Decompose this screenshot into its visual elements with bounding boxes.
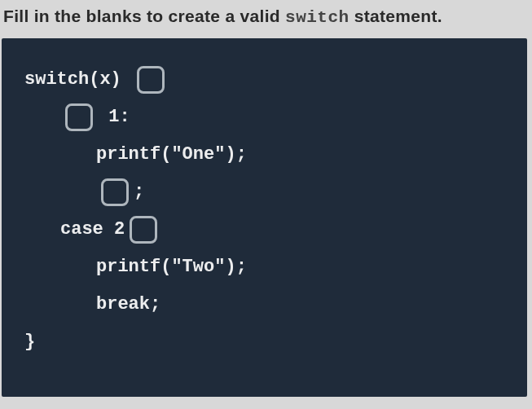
code-line-3: printf("One"); bbox=[24, 136, 512, 174]
code-text: case 2 bbox=[60, 221, 125, 239]
code-text: ; bbox=[134, 183, 144, 201]
code-text: } bbox=[24, 333, 35, 351]
code-line-4: ; bbox=[24, 174, 512, 211]
code-line-7: break; bbox=[24, 286, 512, 323]
prompt-text-before: Fill in the blanks to create a valid bbox=[3, 7, 285, 25]
code-text: break; bbox=[96, 296, 160, 314]
code-editor-panel: switch(x) 1: printf("One"); ; case 2 pri… bbox=[2, 38, 527, 397]
blank-input-2[interactable] bbox=[65, 103, 93, 131]
code-line-8: } bbox=[24, 323, 512, 361]
blank-input-1[interactable] bbox=[137, 66, 165, 94]
code-line-5: case 2 bbox=[24, 211, 512, 248]
question-prompt: Fill in the blanks to create a valid swi… bbox=[0, 0, 532, 38]
code-line-6: printf("Two"); bbox=[24, 248, 512, 286]
code-line-1: switch(x) bbox=[24, 61, 512, 99]
code-text: printf("One"); bbox=[96, 146, 247, 164]
code-line-2: 1: bbox=[24, 99, 512, 136]
code-text: switch(x) bbox=[24, 71, 132, 89]
code-text: 1: bbox=[98, 108, 130, 126]
prompt-text-after: statement. bbox=[350, 7, 442, 25]
code-text: printf("Two"); bbox=[96, 258, 247, 276]
blank-input-3[interactable] bbox=[101, 178, 129, 206]
prompt-code-keyword: switch bbox=[285, 8, 350, 27]
blank-input-4[interactable] bbox=[130, 216, 157, 244]
